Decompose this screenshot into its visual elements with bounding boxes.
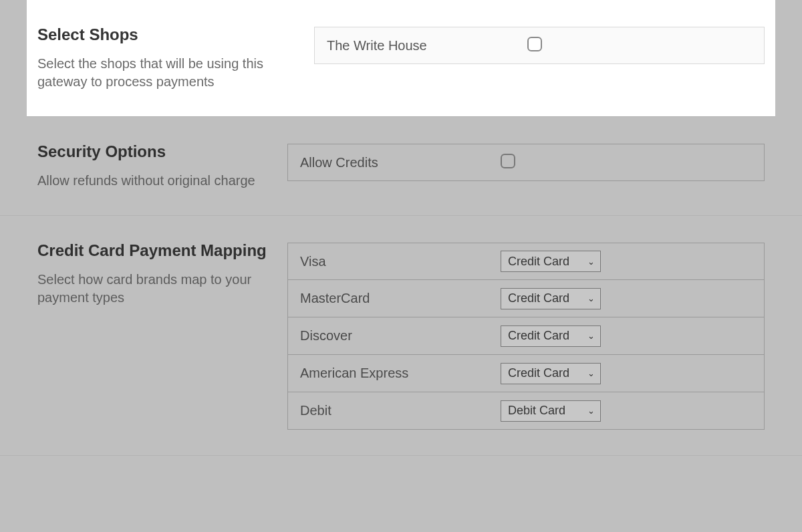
- mapping-row-mastercard: MasterCard Credit Card ⌄: [287, 280, 765, 317]
- mapping-row-visa: Visa Credit Card ⌄: [287, 243, 765, 280]
- select-shops-title: Select Shops: [37, 25, 294, 44]
- select-shops-desc: Select the shops that will be using this…: [37, 55, 294, 91]
- mapping-row-discover: Discover Credit Card ⌄: [287, 317, 765, 355]
- section-cc-mapping: Credit Card Payment Mapping Select how c…: [0, 216, 802, 456]
- allow-credits-checkbox[interactable]: [501, 154, 515, 168]
- shop-checkbox[interactable]: [527, 37, 542, 51]
- mapping-label-discover: Discover: [300, 328, 501, 344]
- mapping-select-discover[interactable]: Credit Card ⌄: [501, 325, 601, 347]
- chevron-down-icon: ⌄: [587, 406, 595, 416]
- mapping-select-value: Credit Card: [508, 366, 569, 380]
- chevron-down-icon: ⌄: [587, 331, 595, 341]
- mapping-label-visa: Visa: [300, 254, 501, 269]
- mapping-row-debit: Debit Debit Card ⌄: [287, 392, 765, 430]
- mapping-row-amex: American Express Credit Card ⌄: [287, 355, 765, 392]
- mapping-label-mastercard: MasterCard: [300, 291, 501, 306]
- section-security-options: Security Options Allow refunds without o…: [0, 117, 802, 216]
- mapping-desc: Select how card brands map to your payme…: [37, 271, 267, 307]
- mapping-select-debit[interactable]: Debit Card ⌄: [501, 400, 601, 422]
- section-select-shops: Select Shops Select the shops that will …: [27, 0, 775, 117]
- mapping-select-mastercard[interactable]: Credit Card ⌄: [501, 288, 601, 309]
- security-title: Security Options: [37, 142, 267, 161]
- mapping-select-amex[interactable]: Credit Card ⌄: [501, 363, 601, 384]
- mapping-select-value: Debit Card: [508, 404, 565, 418]
- shop-row-the-write-house[interactable]: The Write House: [314, 27, 765, 64]
- chevron-down-icon: ⌄: [587, 368, 595, 378]
- chevron-down-icon: ⌄: [587, 257, 595, 267]
- security-row-label: Allow Credits: [300, 155, 501, 170]
- shop-row-label: The Write House: [327, 38, 527, 53]
- chevron-down-icon: ⌄: [587, 293, 595, 303]
- mapping-label-amex: American Express: [300, 366, 501, 381]
- mapping-select-value: Credit Card: [508, 291, 569, 305]
- mapping-select-value: Credit Card: [508, 329, 569, 343]
- mapping-label-debit: Debit: [300, 403, 501, 418]
- security-desc: Allow refunds without original charge: [37, 172, 267, 190]
- mapping-select-visa[interactable]: Credit Card ⌄: [501, 251, 601, 272]
- mapping-select-value: Credit Card: [508, 255, 569, 269]
- security-row-allow-credits[interactable]: Allow Credits: [287, 144, 765, 181]
- mapping-title: Credit Card Payment Mapping: [37, 241, 267, 260]
